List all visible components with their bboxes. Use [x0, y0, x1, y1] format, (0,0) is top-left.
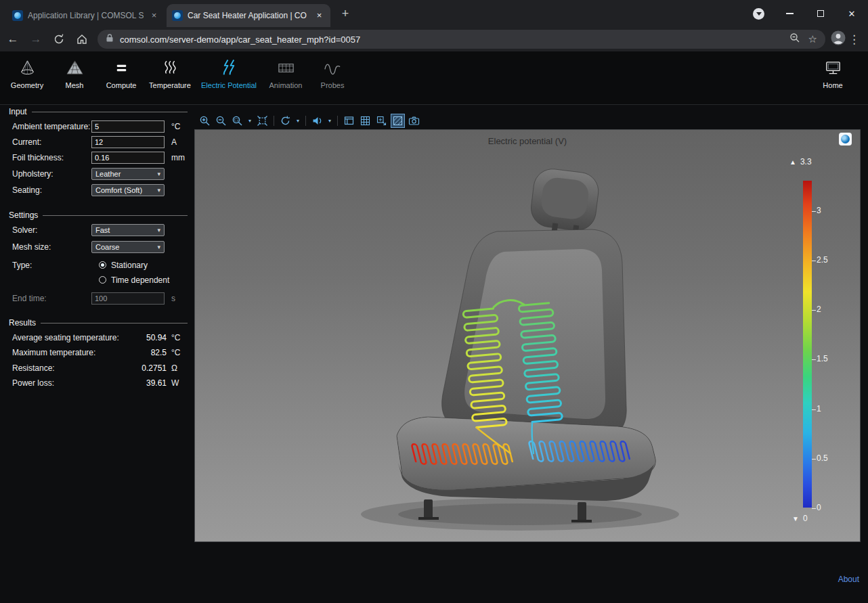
result-value: 82.5	[95, 348, 167, 357]
result-row: Resistance: 0.2751 Ω	[0, 362, 195, 376]
probes-icon	[324, 58, 342, 78]
rotate-view-icon[interactable]	[278, 114, 292, 128]
end-time-field[interactable]	[91, 292, 165, 305]
profile-avatar[interactable]	[831, 30, 846, 48]
ribbon-electric-potential-button[interactable]: Electric Potential	[199, 58, 259, 99]
minimize-icon	[786, 13, 794, 14]
close-icon: ✕	[848, 9, 856, 19]
chevron-down-icon: ▾	[157, 171, 160, 177]
up-triangle-icon: ▲	[789, 158, 796, 166]
close-tab-icon[interactable]: ×	[313, 10, 325, 22]
browser-tab-strip: Application Library | COMSOL Se × Car Se…	[0, 0, 868, 27]
reload-icon[interactable]	[49, 29, 69, 49]
result-value: 0.2751	[95, 363, 167, 373]
tab-title: Application Library | COMSOL Se	[28, 11, 144, 20]
browser-update-icon[interactable]	[753, 8, 764, 20]
transparency-toggle-icon[interactable]	[391, 114, 405, 128]
lock-icon	[106, 33, 114, 45]
zoom-indicator-icon[interactable]	[789, 32, 800, 46]
chevron-down-icon: ▾	[157, 244, 160, 250]
legend-tick: 3	[817, 206, 821, 215]
toolbar-separator	[274, 116, 274, 126]
browser-tab-application-library[interactable]: Application Library | COMSOL Se ×	[7, 4, 165, 27]
ribbon-geometry-button[interactable]: Geometry	[7, 58, 47, 99]
snapshot-icon[interactable]	[407, 114, 421, 128]
bookmark-star-icon[interactable]: ☆	[808, 33, 817, 45]
browser-menu-icon[interactable]: ⋮	[848, 32, 860, 47]
ribbon-mesh-button[interactable]: Mesh	[54, 58, 95, 99]
time-dependent-radio-label: Time dependent	[111, 275, 169, 285]
ambient-temperature-unit: °C	[171, 122, 180, 131]
ribbon-compute-button[interactable]: Compute	[101, 58, 142, 99]
ribbon-animation-button[interactable]: Animation	[264, 58, 307, 99]
current-label: Current:	[12, 137, 41, 147]
legend-max-annotation: ▲ 3.3	[789, 157, 812, 166]
back-icon[interactable]: ←	[3, 29, 23, 49]
ambient-temperature-field[interactable]	[91, 120, 165, 133]
home-icon	[824, 58, 842, 78]
browser-tab-car-seat-heater[interactable]: Car Seat Heater Application | CO ×	[167, 4, 330, 27]
stationary-radio[interactable]	[99, 261, 106, 269]
sidebar: Input Ambient temperature: °C Current: A…	[0, 104, 195, 586]
solver-label: Solver:	[12, 225, 37, 235]
zoom-extents-icon[interactable]	[255, 114, 269, 128]
foil-thickness-field[interactable]	[91, 152, 165, 164]
ribbon-temperature-button[interactable]: Temperature	[144, 58, 196, 99]
zoom-in-icon[interactable]	[198, 114, 212, 128]
maximize-icon	[817, 10, 824, 17]
legend-tick: 1	[817, 404, 821, 414]
chevron-down-icon[interactable]: ▾	[246, 118, 253, 124]
default-view-icon[interactable]	[310, 114, 324, 128]
settings-section-header: Settings	[9, 210, 188, 220]
close-tab-icon[interactable]: ×	[148, 10, 160, 22]
url-bar[interactable]: comsol.com/server-demo/app/car_seat_heat…	[97, 30, 825, 49]
time-dependent-radio[interactable]	[99, 276, 106, 284]
upholstery-select[interactable]: Leather ▾	[91, 168, 165, 180]
url-text: comsol.com/server-demo/app/car_seat_heat…	[120, 35, 789, 45]
legend-toggle-icon[interactable]	[342, 114, 356, 128]
maximize-button[interactable]	[805, 0, 836, 27]
color-legend-bar	[803, 181, 812, 508]
solver-select[interactable]: Fast ▾	[91, 224, 165, 236]
browser-toolbar: ← → comsol.com/server-demo/app/car_seat_…	[0, 27, 868, 51]
compute-icon	[112, 58, 131, 78]
down-triangle-icon: ▼	[792, 515, 799, 522]
forward-icon[interactable]: →	[26, 29, 46, 49]
end-time-unit: s	[171, 294, 175, 303]
minimize-button[interactable]	[774, 0, 805, 27]
seating-select[interactable]: Comfort (Soft) ▾	[91, 184, 165, 196]
close-window-button[interactable]: ✕	[836, 0, 867, 27]
chevron-down-icon[interactable]: ▾	[326, 118, 333, 124]
comsol-favicon-icon	[12, 10, 23, 21]
chevron-down-icon[interactable]: ▾	[295, 118, 301, 124]
graphics-toolbar: ▾ ▾ ▾	[198, 113, 421, 129]
legend-tick: 2	[817, 305, 821, 314]
mesh-size-select[interactable]: Coarse ▾	[91, 241, 165, 253]
zoom-box-icon[interactable]	[230, 114, 244, 128]
ribbon-probes-button[interactable]: Probes	[312, 58, 353, 99]
results-section-header: Results	[9, 318, 188, 328]
plot-canvas[interactable]: Electric potential (V)	[195, 130, 860, 541]
electric-potential-icon	[220, 58, 238, 78]
stationary-radio-label: Stationary	[111, 261, 148, 270]
input-section-header: Input	[9, 107, 188, 116]
legend-tick: 2.5	[817, 255, 828, 265]
current-field[interactable]	[91, 136, 165, 148]
result-value: 50.94	[95, 333, 167, 342]
ribbon-home-button[interactable]: Home	[811, 58, 854, 99]
geometry-icon	[18, 58, 37, 78]
seating-label: Seating:	[12, 185, 42, 195]
zoom-out-icon[interactable]	[214, 114, 228, 128]
chevron-down-icon: ▾	[157, 187, 160, 194]
mesh-size-label: Mesh size:	[12, 242, 51, 252]
browser-home-icon[interactable]	[72, 29, 92, 49]
about-link[interactable]: About	[838, 575, 859, 584]
axes-orientation-icon[interactable]	[374, 114, 389, 128]
toolbar-separator	[305, 116, 306, 126]
new-tab-button[interactable]: +	[337, 6, 353, 22]
result-row: Maximum temperature: 82.5 °C	[0, 347, 195, 360]
result-row: Average seating temperature: 50.94 °C	[0, 332, 195, 345]
animation-icon	[277, 58, 295, 78]
grid-toggle-icon[interactable]	[358, 114, 372, 128]
legend-tick: 0.5	[817, 453, 828, 463]
